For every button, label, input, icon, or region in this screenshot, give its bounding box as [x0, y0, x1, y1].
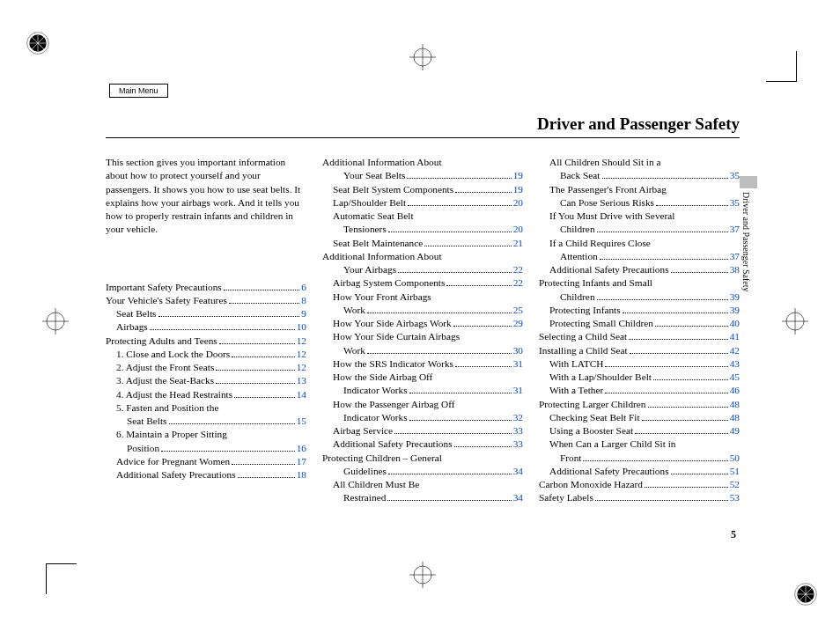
toc-entry[interactable]: 3. Adjust the Seat-Backs13 [106, 374, 306, 387]
toc-entry[interactable]: Carbon Monoxide Hazard52 [539, 478, 740, 491]
toc-page-link[interactable]: 34 [513, 491, 523, 504]
toc-entry[interactable]: Checking Seat Belt Fit48 [539, 411, 740, 424]
toc-page-link[interactable]: 13 [297, 374, 306, 387]
toc-entry[interactable]: Indicator Works31 [322, 384, 523, 397]
toc-entry[interactable]: With a Lap/Shoulder Belt45 [539, 371, 740, 384]
toc-entry[interactable]: Your Airbags22 [322, 263, 523, 276]
toc-entry[interactable]: How the SRS Indicator Works31 [322, 357, 523, 371]
toc-page-link[interactable]: 39 [730, 290, 740, 304]
toc-entry[interactable]: Using a Booster Seat49 [539, 424, 740, 438]
toc-page-link[interactable]: 49 [730, 424, 740, 438]
toc-entry[interactable]: Guidelines34 [322, 465, 523, 478]
toc-page-link[interactable]: 37 [730, 250, 740, 263]
toc-entry[interactable]: Indicator Works32 [322, 411, 523, 424]
main-menu-button[interactable]: Main Menu [109, 84, 168, 98]
toc-page-link[interactable]: 35 [730, 196, 740, 210]
toc-page-link[interactable]: 34 [513, 465, 523, 478]
toc-entry[interactable]: Additional Safety Precautions18 [106, 468, 306, 482]
toc-page-link[interactable]: 41 [730, 330, 740, 343]
toc-page-link[interactable]: 38 [730, 263, 740, 276]
toc-entry[interactable]: Advice for Pregnant Women17 [106, 455, 306, 468]
toc-entry[interactable]: Tensioners20 [322, 223, 523, 236]
toc-entry[interactable]: 2. Adjust the Front Seats12 [106, 361, 306, 374]
toc-page-link[interactable]: 22 [513, 263, 523, 276]
toc-page-link[interactable]: 37 [730, 223, 740, 236]
toc-page-link[interactable]: 18 [297, 468, 306, 482]
toc-entry[interactable]: Airbag System Components22 [322, 276, 523, 290]
toc-page-link[interactable]: 48 [730, 398, 740, 411]
toc-entry[interactable]: Restrained34 [322, 491, 523, 504]
toc-page-link[interactable]: 32 [513, 411, 523, 424]
toc-entry[interactable]: Additional Safety Precautions33 [322, 438, 523, 451]
toc-page-link[interactable]: 46 [730, 384, 740, 397]
toc-entry[interactable]: Additional Safety Precautions38 [539, 263, 740, 276]
toc-entry[interactable]: Important Safety Precautions6 [106, 281, 306, 294]
toc-entry[interactable]: Front50 [539, 452, 740, 465]
toc-entry[interactable]: Can Pose Serious Risks35 [539, 196, 740, 210]
toc-page-link[interactable]: 43 [730, 357, 740, 371]
toc-entry[interactable]: Work30 [322, 344, 523, 357]
toc-entry[interactable]: Safety Labels53 [539, 491, 740, 504]
toc-entry[interactable]: Seat Belts15 [106, 415, 306, 428]
toc-entry[interactable]: 4. Adjust the Head Restraints14 [106, 388, 306, 401]
toc-entry[interactable]: Children37 [539, 223, 740, 236]
toc-entry[interactable]: Seat Belts9 [106, 307, 306, 320]
toc-page-link[interactable]: 53 [730, 491, 740, 504]
toc-page-link[interactable]: 45 [730, 371, 740, 384]
toc-page-link[interactable]: 31 [513, 357, 523, 371]
toc-entry[interactable]: Protecting Larger Children48 [539, 398, 740, 411]
toc-page-link[interactable]: 33 [513, 424, 523, 438]
toc-page-link[interactable]: 21 [513, 237, 523, 250]
toc-page-link[interactable]: 14 [297, 388, 306, 401]
toc-page-link[interactable]: 20 [513, 223, 523, 236]
toc-page-link[interactable]: 20 [513, 196, 523, 210]
toc-entry[interactable]: Children39 [539, 290, 740, 304]
toc-entry[interactable]: Attention37 [539, 250, 740, 263]
toc-page-link[interactable]: 17 [297, 455, 306, 468]
toc-page-link[interactable]: 6 [301, 281, 306, 294]
toc-entry[interactable]: Additional Safety Precautions51 [539, 465, 740, 478]
toc-page-link[interactable]: 19 [513, 169, 523, 182]
toc-page-link[interactable]: 12 [297, 361, 306, 374]
toc-entry[interactable]: Installing a Child Seat42 [539, 344, 740, 357]
toc-page-link[interactable]: 31 [513, 384, 523, 397]
toc-page-link[interactable]: 8 [301, 294, 306, 307]
toc-page-link[interactable]: 15 [297, 415, 306, 428]
toc-page-link[interactable]: 51 [730, 465, 740, 478]
toc-page-link[interactable]: 29 [513, 317, 523, 330]
toc-entry[interactable]: Protecting Infants39 [539, 304, 740, 317]
toc-page-link[interactable]: 12 [297, 335, 306, 348]
toc-entry[interactable]: With LATCH43 [539, 357, 740, 371]
toc-page-link[interactable]: 22 [513, 276, 523, 290]
toc-page-link[interactable]: 10 [297, 320, 306, 334]
toc-entry[interactable]: With a Tether46 [539, 384, 740, 397]
toc-entry[interactable]: Your Vehicle's Safety Features8 [106, 294, 306, 307]
toc-page-link[interactable]: 12 [297, 348, 306, 361]
toc-page-link[interactable]: 33 [513, 438, 523, 451]
toc-entry[interactable]: Lap/Shoulder Belt20 [322, 196, 523, 210]
toc-entry[interactable]: Protecting Small Children40 [539, 317, 740, 330]
toc-entry[interactable]: Seat Belt System Components19 [322, 183, 523, 196]
toc-page-link[interactable]: 50 [730, 452, 740, 465]
toc-page-link[interactable]: 52 [730, 478, 740, 491]
toc-page-link[interactable]: 30 [513, 344, 523, 357]
toc-entry[interactable]: Seat Belt Maintenance21 [322, 237, 523, 250]
toc-entry[interactable]: 1. Close and Lock the Doors12 [106, 348, 306, 361]
toc-page-link[interactable]: 25 [513, 304, 523, 317]
toc-page-link[interactable]: 19 [513, 183, 523, 196]
toc-entry[interactable]: Selecting a Child Seat41 [539, 330, 740, 343]
toc-page-link[interactable]: 16 [297, 442, 306, 455]
toc-entry[interactable]: Airbag Service33 [322, 424, 523, 438]
toc-page-link[interactable]: 9 [301, 307, 306, 320]
toc-entry[interactable]: Position16 [106, 442, 306, 455]
toc-page-link[interactable]: 42 [730, 344, 740, 357]
toc-entry[interactable]: How Your Side Airbags Work29 [322, 317, 523, 330]
toc-page-link[interactable]: 48 [730, 411, 740, 424]
toc-entry[interactable]: Back Seat35 [539, 169, 740, 182]
toc-page-link[interactable]: 39 [730, 304, 740, 317]
toc-entry[interactable]: Work25 [322, 304, 523, 317]
toc-entry[interactable]: Airbags10 [106, 320, 306, 334]
toc-page-link[interactable]: 40 [730, 317, 740, 330]
toc-page-link[interactable]: 35 [730, 169, 740, 182]
toc-entry[interactable]: Your Seat Belts19 [322, 169, 523, 182]
